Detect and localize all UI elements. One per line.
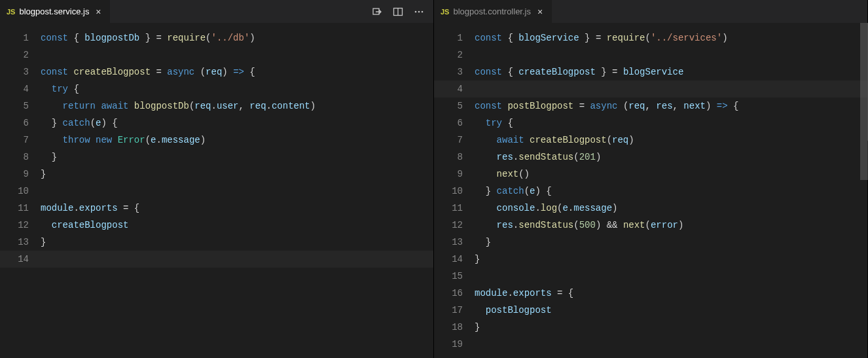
- code-line[interactable]: throw new Error(e.message): [41, 132, 433, 149]
- line-number: 10: [0, 183, 29, 200]
- code-line[interactable]: const createBlogpost = async (req) => {: [41, 63, 433, 81]
- code-content[interactable]: const { blogpostDb } = require('../db') …: [41, 23, 433, 358]
- code-line[interactable]: }: [41, 149, 433, 166]
- code-line[interactable]: } catch(e) {: [475, 183, 867, 200]
- line-number: 8: [434, 149, 463, 166]
- code-line[interactable]: }: [475, 251, 867, 268]
- code-line[interactable]: next(): [475, 166, 867, 183]
- svg-point-5: [422, 10, 424, 12]
- line-number: 12: [0, 217, 29, 234]
- code-line[interactable]: const { createBlogpost } = blogService: [475, 63, 867, 81]
- line-number: 6: [434, 115, 463, 132]
- code-line[interactable]: }: [475, 234, 867, 251]
- close-icon[interactable]: ×: [535, 7, 545, 17]
- code-editor[interactable]: 1234567891011121314 const { blogpostDb }…: [0, 23, 433, 358]
- line-number: 4: [434, 81, 463, 98]
- line-number: 5: [434, 98, 463, 115]
- code-line[interactable]: await createBlogpost(req): [475, 132, 867, 149]
- file-tab[interactable]: JS blogpost.service.js ×: [0, 0, 110, 23]
- code-line[interactable]: res.sendStatus(201): [475, 149, 867, 166]
- code-line[interactable]: [475, 46, 867, 63]
- compare-changes-icon[interactable]: [372, 7, 382, 17]
- close-icon[interactable]: ×: [93, 7, 103, 17]
- line-number: 7: [434, 132, 463, 149]
- file-tab[interactable]: JS blogpost.controller.js ×: [434, 0, 552, 23]
- more-actions-icon[interactable]: [414, 7, 424, 17]
- line-number: 3: [0, 63, 29, 81]
- code-line[interactable]: [41, 183, 433, 200]
- line-number: 1: [434, 29, 463, 46]
- split-editor-icon[interactable]: [393, 7, 403, 17]
- line-number: 13: [0, 234, 29, 251]
- code-line[interactable]: try {: [41, 81, 433, 98]
- line-number: 7: [0, 132, 29, 149]
- line-number: 11: [0, 200, 29, 217]
- line-number: 3: [434, 63, 463, 81]
- line-number: 2: [434, 46, 463, 63]
- tab-title: blogpost.controller.js: [453, 7, 531, 16]
- line-number: 9: [434, 166, 463, 183]
- tab-actions: [372, 7, 433, 17]
- code-line[interactable]: [475, 81, 867, 98]
- code-line[interactable]: const { blogService } = require('../serv…: [475, 29, 867, 46]
- code-line[interactable]: [41, 46, 433, 63]
- line-number: 2: [0, 46, 29, 63]
- editor-pane-left: JS blogpost.service.js × 123456789: [0, 0, 434, 358]
- code-line[interactable]: } catch(e) {: [41, 115, 433, 132]
- code-line[interactable]: [41, 251, 433, 268]
- javascript-icon: JS: [7, 8, 15, 16]
- line-number: 16: [434, 285, 463, 302]
- code-line[interactable]: }: [41, 234, 433, 251]
- svg-point-4: [418, 10, 420, 12]
- code-content[interactable]: const { blogService } = require('../serv…: [475, 23, 867, 358]
- code-line[interactable]: const postBlogpost = async (req, res, ne…: [475, 98, 867, 115]
- code-line[interactable]: postBlogpost: [475, 302, 867, 319]
- line-number: 6: [0, 115, 29, 132]
- code-line[interactable]: createBlogpost: [41, 217, 433, 234]
- code-line[interactable]: module.exports = {: [41, 200, 433, 217]
- vertical-scrollbar[interactable]: [860, 23, 868, 358]
- code-line[interactable]: return await blogpostDb(req.user, req.co…: [41, 98, 433, 115]
- line-number: 15: [434, 268, 463, 285]
- scrollbar-thumb[interactable]: [860, 23, 868, 180]
- line-number: 11: [434, 200, 463, 217]
- line-number: 17: [434, 302, 463, 319]
- code-line[interactable]: try {: [475, 115, 867, 132]
- line-number: 9: [0, 166, 29, 183]
- line-number: 12: [434, 217, 463, 234]
- line-number: 4: [0, 81, 29, 98]
- code-line[interactable]: console.log(e.message): [475, 200, 867, 217]
- code-line[interactable]: [475, 336, 867, 353]
- code-line[interactable]: }: [475, 319, 867, 336]
- code-line[interactable]: const { blogpostDb } = require('../db'): [41, 29, 433, 46]
- tab-bar: JS blogpost.controller.js ×: [434, 0, 867, 23]
- editor-pane-right: JS blogpost.controller.js × 123456789101…: [434, 0, 868, 358]
- tab-bar: JS blogpost.service.js ×: [0, 0, 433, 23]
- line-number: 14: [0, 251, 29, 268]
- code-line[interactable]: [475, 268, 867, 285]
- code-editor[interactable]: 12345678910111213141516171819 const { bl…: [434, 23, 867, 358]
- line-number-gutter: 1234567891011121314: [0, 23, 41, 358]
- code-line[interactable]: module.exports = {: [475, 285, 867, 302]
- svg-point-3: [415, 10, 417, 12]
- line-number: 10: [434, 183, 463, 200]
- line-number: 13: [434, 234, 463, 251]
- line-number: 14: [434, 251, 463, 268]
- line-number: 5: [0, 98, 29, 115]
- line-number: 19: [434, 336, 463, 353]
- tab-title: blogpost.service.js: [19, 7, 89, 16]
- code-line[interactable]: }: [41, 166, 433, 183]
- javascript-icon: JS: [441, 8, 449, 16]
- code-line[interactable]: res.sendStatus(500) && next(error): [475, 217, 867, 234]
- line-number-gutter: 12345678910111213141516171819: [434, 23, 475, 358]
- line-number: 8: [0, 149, 29, 166]
- line-number: 1: [0, 29, 29, 46]
- line-number: 18: [434, 319, 463, 336]
